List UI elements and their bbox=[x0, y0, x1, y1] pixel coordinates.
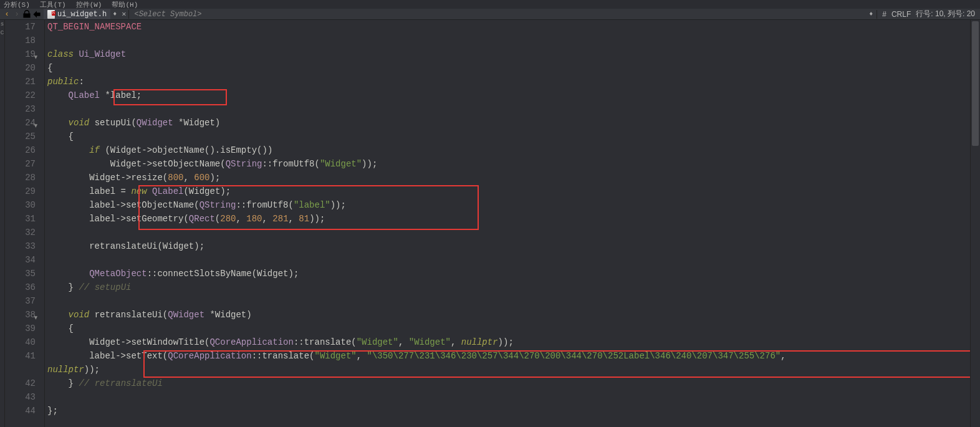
code-line[interactable]: QMetaObject::connectSlotsByName(Widget); bbox=[45, 267, 980, 281]
code-line[interactable]: { bbox=[45, 61, 980, 75]
code-line[interactable]: QT_BEGIN_NAMESPACE bbox=[45, 20, 980, 34]
code-line[interactable]: }; bbox=[45, 404, 980, 418]
code-line[interactable] bbox=[45, 253, 980, 267]
line-number[interactable]: 23 bbox=[5, 102, 36, 116]
line-number[interactable]: 39 bbox=[5, 322, 36, 335]
left-panel-strip[interactable]: sC bbox=[0, 20, 5, 427]
code-line[interactable]: public: bbox=[45, 75, 980, 89]
nav-group: ‹ › bbox=[0, 10, 44, 19]
line-number[interactable]: 38▶ bbox=[5, 308, 36, 322]
code-line[interactable]: label->setText(QCoreApplication::transla… bbox=[45, 349, 980, 363]
code-area[interactable]: QT_BEGIN_NAMESPACEclass Ui_Widget{public… bbox=[45, 20, 980, 427]
line-number[interactable]: 37 bbox=[5, 294, 36, 308]
editor-root: 分析(S) 工具(T) 控件(W) 帮助(H) ‹ › ui_widget.h … bbox=[0, 0, 980, 427]
code-line[interactable]: { bbox=[45, 130, 980, 143]
line-number[interactable]: 42 bbox=[5, 377, 36, 390]
line-number-gutter[interactable]: 171819▶2021222324▶2526272829303132333435… bbox=[5, 20, 45, 427]
code-line[interactable]: QLabel *label; bbox=[45, 89, 980, 102]
lock-icon[interactable] bbox=[22, 10, 31, 19]
code-line[interactable]: void retranslateUi(QWidget *Widget) bbox=[45, 308, 980, 322]
go-icon[interactable] bbox=[32, 10, 41, 19]
line-number[interactable]: 40 bbox=[5, 335, 36, 349]
code-line[interactable]: Widget->setObjectName(QString::fromUtf8(… bbox=[45, 157, 980, 171]
line-number[interactable]: 35 bbox=[5, 267, 36, 281]
line-number[interactable]: 41 bbox=[5, 349, 36, 363]
line-number[interactable]: 31 bbox=[5, 212, 36, 226]
menu-item[interactable]: 帮助(H) bbox=[112, 0, 138, 9]
tab-dropdown-icon[interactable]: ♦ bbox=[110, 11, 119, 17]
code-line[interactable]: { bbox=[45, 322, 980, 335]
fold-icon[interactable]: ▶ bbox=[28, 55, 42, 59]
fold-icon[interactable]: ▶ bbox=[28, 316, 42, 319]
line-number[interactable]: 36 bbox=[5, 281, 36, 294]
line-number[interactable]: 25 bbox=[5, 130, 36, 143]
line-number[interactable]: 21 bbox=[5, 75, 36, 89]
code-line[interactable] bbox=[45, 34, 980, 47]
menu-item[interactable]: 分析(S) bbox=[4, 0, 30, 9]
line-ending-label[interactable]: CRLF bbox=[891, 10, 911, 19]
line-number[interactable]: 33 bbox=[5, 239, 36, 253]
code-line[interactable]: label->setGeometry(QRect(280, 180, 281, … bbox=[45, 212, 980, 226]
code-line[interactable]: retranslateUi(Widget); bbox=[45, 239, 980, 253]
line-number[interactable]: 32 bbox=[5, 226, 36, 239]
nav-forward-icon[interactable]: › bbox=[12, 10, 21, 19]
symbol-selector-label: <Select Symbol> bbox=[134, 10, 201, 19]
line-number[interactable]: 17 bbox=[5, 20, 36, 34]
line-number[interactable]: 26 bbox=[5, 143, 36, 157]
scroll-thumb[interactable] bbox=[972, 21, 979, 146]
code-line[interactable]: Widget->resize(800, 600); bbox=[45, 171, 980, 185]
pound-icon[interactable]: # bbox=[882, 10, 886, 19]
line-number[interactable]: 30 bbox=[5, 198, 36, 212]
menu-item[interactable]: 工具(T) bbox=[40, 0, 66, 9]
vertical-scrollbar[interactable] bbox=[970, 20, 980, 427]
line-number[interactable]: 29 bbox=[5, 185, 36, 198]
code-line[interactable]: } // setupUi bbox=[45, 281, 980, 294]
code-line[interactable]: class Ui_Widget bbox=[45, 47, 980, 61]
nav-back-icon[interactable]: ‹ bbox=[2, 10, 11, 19]
symbol-dropdown-icon[interactable]: ♦ bbox=[865, 11, 877, 17]
file-tab-label: ui_widget.h bbox=[57, 10, 107, 19]
code-line[interactable]: label = new QLabel(Widget); bbox=[45, 185, 980, 198]
line-number[interactable]: 28 bbox=[5, 171, 36, 185]
code-line[interactable] bbox=[45, 226, 980, 239]
line-number[interactable]: 20 bbox=[5, 61, 36, 75]
menubar: 分析(S) 工具(T) 控件(W) 帮助(H) bbox=[0, 0, 980, 9]
header-file-icon bbox=[47, 10, 55, 19]
code-line[interactable]: } // retranslateUi bbox=[45, 377, 980, 390]
code-line[interactable] bbox=[45, 294, 980, 308]
line-number[interactable]: 22 bbox=[5, 89, 36, 102]
cursor-position-label[interactable]: 行号: 10, 列号: 20 bbox=[916, 9, 975, 19]
line-number[interactable]: 43 bbox=[5, 390, 36, 404]
code-line[interactable] bbox=[45, 390, 980, 404]
line-number-wrap bbox=[5, 363, 36, 377]
code-line[interactable]: if (Widget->objectName().isEmpty()) bbox=[45, 143, 980, 157]
line-number[interactable]: 44 bbox=[5, 404, 36, 418]
code-line[interactable]: Widget->setWindowTitle(QCoreApplication:… bbox=[45, 335, 980, 349]
code-line[interactable]: nullptr)); bbox=[45, 363, 980, 377]
line-number[interactable]: 24▶ bbox=[5, 116, 36, 130]
editor-body: sC 171819▶2021222324▶2526272829303132333… bbox=[0, 20, 980, 427]
code-line[interactable]: label->setObjectName(QString::fromUtf8("… bbox=[45, 198, 980, 212]
status-bar: # CRLF 行号: 10, 列号: 20 bbox=[877, 9, 980, 19]
code-line[interactable] bbox=[45, 102, 980, 116]
menu-item[interactable]: 控件(W) bbox=[76, 0, 102, 9]
line-number[interactable]: 34 bbox=[5, 253, 36, 267]
line-number[interactable]: 18 bbox=[5, 34, 36, 47]
code-line[interactable]: void setupUi(QWidget *Widget) bbox=[45, 116, 980, 130]
fold-icon[interactable]: ▶ bbox=[28, 124, 42, 127]
file-tab[interactable]: ui_widget.h bbox=[44, 9, 110, 19]
symbol-selector[interactable]: <Select Symbol> bbox=[129, 10, 865, 19]
tabbar: ‹ › ui_widget.h ♦ ✕ <Select Symbol> ♦ # … bbox=[0, 9, 980, 20]
tab-close-icon[interactable]: ✕ bbox=[119, 9, 128, 19]
line-number[interactable]: 19▶ bbox=[5, 47, 36, 61]
line-number[interactable]: 27 bbox=[5, 157, 36, 171]
